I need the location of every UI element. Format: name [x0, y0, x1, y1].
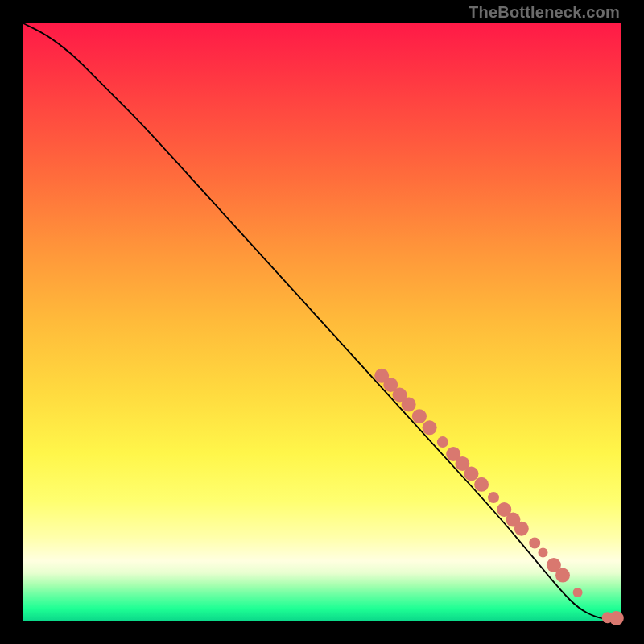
chart-svg: [23, 23, 621, 621]
watermark-text: TheBottleneck.com: [469, 3, 620, 22]
data-point: [412, 409, 427, 423]
data-point: [514, 522, 529, 536]
data-point: [437, 436, 448, 448]
data-point: [573, 588, 583, 597]
data-point: [555, 568, 570, 583]
chart-stage: TheBottleneck.com: [0, 0, 644, 644]
data-point: [609, 611, 624, 625]
plot-area: [23, 23, 621, 621]
data-point: [529, 538, 540, 549]
curve-path: [23, 23, 621, 619]
data-point: [474, 477, 489, 492]
data-point: [423, 420, 437, 435]
data-point: [539, 547, 548, 557]
data-point: [464, 467, 479, 481]
data-point: [402, 397, 416, 411]
dots-group: [374, 369, 624, 625]
data-point: [488, 492, 499, 503]
